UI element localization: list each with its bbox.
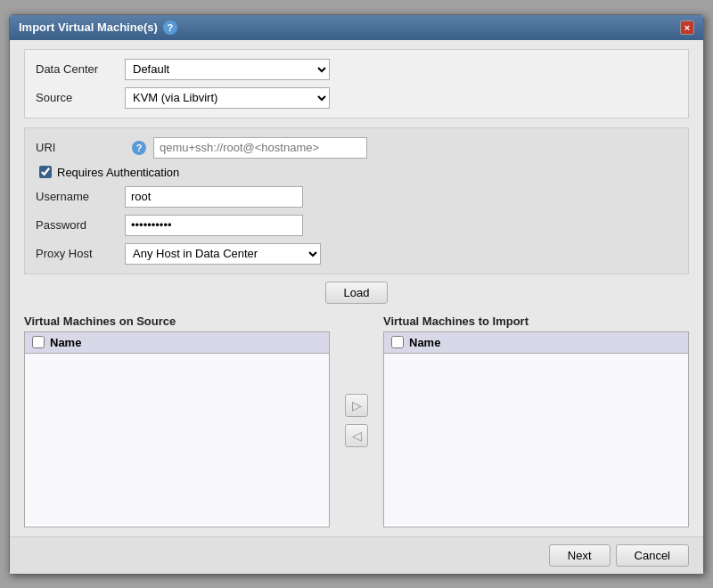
move-right-button[interactable]: ▷	[345, 394, 368, 417]
title-bar: Import Virtual Machine(s) ? ×	[10, 15, 703, 40]
username-input[interactable]	[125, 186, 303, 208]
uri-input[interactable]	[153, 137, 367, 159]
password-label: Password	[36, 218, 125, 232]
requires-auth-label: Requires Authentication	[57, 166, 179, 179]
proxy-host-select[interactable]: Any Host in Data Center	[125, 243, 321, 265]
uri-section: URI ? Requires Authentication Username P…	[24, 127, 689, 274]
import-vm-table-body	[384, 354, 688, 525]
dialog-body: Data Center Default Source KVM (via Libv…	[10, 40, 703, 536]
import-name-col-header: Name	[409, 336, 440, 349]
uri-help-icon[interactable]: ?	[132, 141, 146, 155]
source-vm-table-body	[25, 354, 329, 525]
transfer-buttons: ▷ ◁	[339, 314, 374, 527]
import-vm-title: Virtual Machines to Import	[383, 314, 689, 328]
load-row: Load	[24, 282, 689, 304]
top-form-section: Data Center Default Source KVM (via Libv…	[24, 49, 689, 118]
dialog-footer: Next Cancel	[10, 536, 703, 574]
uri-label: URI	[36, 141, 125, 154]
source-vm-panel: Virtual Machines on Source Name	[24, 314, 330, 527]
dialog-title: Import Virtual Machine(s)	[19, 20, 158, 34]
proxy-host-label: Proxy Host	[36, 247, 125, 260]
title-bar-left: Import Virtual Machine(s) ?	[19, 20, 177, 35]
help-icon[interactable]: ?	[163, 20, 177, 35]
source-label: Source	[36, 91, 125, 104]
uri-row: URI ?	[36, 137, 677, 159]
import-vm-table: Name	[383, 331, 689, 527]
source-row: Source KVM (via Libvirt)	[36, 87, 677, 109]
requires-auth-row: Requires Authentication	[36, 166, 677, 179]
username-label: Username	[36, 190, 125, 203]
next-button[interactable]: Next	[549, 544, 611, 567]
cancel-button[interactable]: Cancel	[616, 544, 689, 567]
move-left-button[interactable]: ◁	[345, 424, 368, 447]
proxy-host-row: Proxy Host Any Host in Data Center	[36, 243, 677, 265]
import-vm-table-header: Name	[384, 332, 688, 354]
source-name-col-header: Name	[50, 336, 81, 349]
source-select[interactable]: KVM (via Libvirt)	[125, 87, 330, 109]
import-vm-panel: Virtual Machines to Import Name	[383, 314, 689, 527]
load-button[interactable]: Load	[325, 282, 389, 304]
close-button[interactable]: ×	[680, 20, 694, 35]
source-vm-title: Virtual Machines on Source	[24, 314, 330, 328]
vm-panels: Virtual Machines on Source Name ▷ ◁	[24, 314, 689, 527]
data-center-select[interactable]: Default	[125, 59, 330, 80]
source-vm-table-header: Name	[25, 332, 329, 354]
password-input[interactable]	[125, 215, 303, 236]
import-vm-dialog: Import Virtual Machine(s) ? × Data Cente…	[9, 14, 704, 575]
arrow-left-icon: ◁	[352, 429, 362, 443]
data-center-row: Data Center Default	[36, 59, 677, 80]
source-select-all-checkbox[interactable]	[32, 336, 45, 348]
username-row: Username	[36, 186, 677, 208]
password-row: Password	[36, 215, 677, 236]
data-center-label: Data Center	[36, 62, 125, 76]
requires-auth-checkbox[interactable]	[39, 166, 52, 178]
import-select-all-checkbox[interactable]	[391, 336, 404, 348]
arrow-right-icon: ▷	[352, 398, 362, 412]
source-vm-table: Name	[24, 331, 330, 527]
